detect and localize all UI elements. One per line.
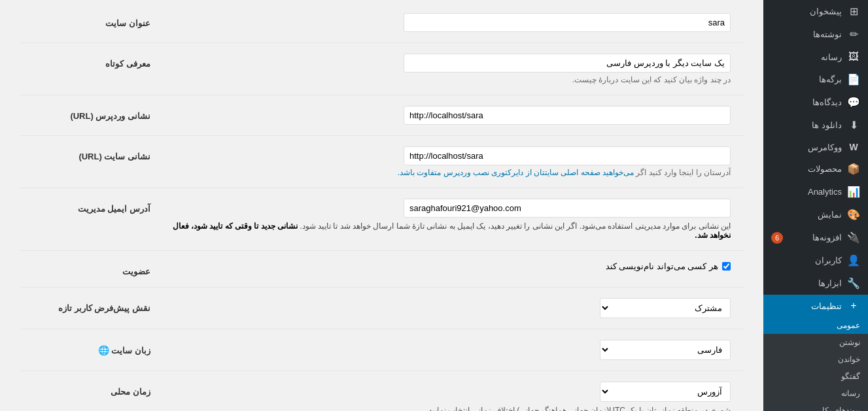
woocommerce-icon: W — [847, 142, 860, 152]
media-icon: 🖼 — [847, 51, 860, 63]
tagline-field: در چند واژه بیان کنید که این سایت درباره… — [150, 54, 744, 84]
wp-url-input[interactable] — [404, 106, 731, 125]
site-language-row: فارسی زبان سایت 🌐 — [20, 340, 744, 371]
default-role-row: مشترک نقش پیش‌فرض کاربر تازه — [20, 298, 744, 329]
tagline-label: معرفی کوتاه — [20, 54, 150, 69]
tagline-description: در چند واژه بیان کنید که این سایت درباره… — [150, 75, 731, 84]
sidebar-item-appearance[interactable]: 🎨 نمایش — [763, 203, 868, 226]
posts-icon: ✏ — [847, 28, 860, 41]
users-icon: 👤 — [847, 254, 860, 267]
sidebar-item-label-media: رسانه — [821, 52, 842, 62]
sidebar-item-tools[interactable]: 🔧 ابزارها — [763, 272, 868, 295]
membership-checkbox[interactable] — [722, 262, 731, 271]
sidebar-item-users[interactable]: 👤 کاربران — [763, 249, 868, 272]
submenu-writing[interactable]: نوشتن — [763, 334, 868, 351]
site-title-input[interactable] — [404, 13, 731, 32]
default-role-select[interactable]: مشترک — [600, 298, 731, 318]
default-role-field: مشترک — [150, 298, 744, 318]
submenu-discussion[interactable]: گفتگو — [763, 368, 868, 385]
submenu-permalinks[interactable]: پیوندهای یکا — [763, 402, 868, 411]
sidebar-item-products[interactable]: 📦 محصولات — [763, 157, 868, 180]
sidebar-item-media[interactable]: 🖼 رسانه — [763, 46, 868, 68]
site-language-label: زبان سایت 🌐 — [20, 340, 150, 355]
site-url-label: نشانی سایت (URL) — [20, 146, 150, 161]
analytics-icon: 📊 — [847, 186, 860, 198]
products-icon: 📦 — [847, 163, 860, 175]
membership-field: هر کسی می‌تواند نام‌نویسی کند — [150, 261, 744, 271]
default-role-label: نقش پیش‌فرض کاربر تازه — [20, 298, 150, 313]
site-title-row: عنوان سایت — [20, 13, 744, 43]
admin-email-label: آدرس ایمیل مدیریت — [20, 199, 150, 214]
site-url-row: آدرستان را اینجا وارد کنید اگر می‌خواهید… — [20, 146, 744, 188]
main-content: عنوان سایت در چند واژه بیان کنید که این … — [0, 0, 763, 411]
tagline-row: در چند واژه بیان کنید که این سایت درباره… — [20, 54, 744, 95]
pages-icon: 📄 — [847, 73, 860, 86]
admin-email-input[interactable] — [404, 199, 731, 218]
timezone-select[interactable]: آزورس — [600, 382, 731, 402]
sidebar-item-label-downloads: دانلود ها — [812, 120, 842, 130]
sidebar-item-label-products: محصولات — [808, 164, 842, 174]
timezone-row: آزورس شهری در منطقه زمانی‌تان یا یک UTC(… — [20, 382, 744, 411]
wp-url-row: نشانی وردپرس (URL) — [20, 106, 744, 136]
sidebar-item-label-woocommerce: ووکامرس — [808, 142, 842, 152]
plugins-badge: 6 — [771, 232, 783, 244]
sidebar-item-analytics[interactable]: 📊 Analytics — [763, 180, 868, 203]
sidebar-item-label-analytics: Analytics — [808, 187, 842, 197]
submenu-general[interactable]: عمومی — [763, 317, 868, 334]
membership-row: هر کسی می‌تواند نام‌نویسی کند عضویت — [20, 261, 744, 288]
timezone-description: شهری در منطقه زمانی‌تان یا یک UTC(زمان ج… — [150, 406, 731, 411]
site-url-field: آدرستان را اینجا وارد کنید اگر می‌خواهید… — [150, 146, 744, 177]
wp-url-field — [150, 106, 744, 125]
sidebar-item-label-appearance: نمایش — [818, 210, 842, 220]
sidebar-item-label-comments: دیدگاه‌ها — [812, 97, 842, 107]
sidebar-item-comments[interactable]: 💬 دیدگاه‌ها — [763, 91, 868, 114]
submenu-media[interactable]: رسانه — [763, 385, 868, 402]
appearance-icon: 🎨 — [847, 208, 860, 221]
wp-url-label: نشانی وردپرس (URL) — [20, 106, 150, 121]
timezone-field: آزورس شهری در منطقه زمانی‌تان یا یک UTC(… — [150, 382, 744, 411]
sidebar-item-pages[interactable]: 📄 برگه‌ها — [763, 68, 868, 91]
sidebar-item-label-users: کاربران — [815, 255, 842, 265]
sidebar-item-posts[interactable]: ✏ نوشته‌ها — [763, 23, 868, 46]
sidebar-item-dashboard[interactable]: ⊞ پیشخوان — [763, 0, 868, 23]
sidebar-item-label-dashboard: پیشخوان — [810, 7, 842, 16]
sidebar-item-settings[interactable]: + تنظیمات — [763, 295, 868, 317]
admin-email-field: این نشانی برای موارد مدیریتی استفاده می‌… — [150, 199, 744, 240]
sidebar: ⊞ پیشخوان ✏ نوشته‌ها 🖼 رسانه 📄 برگه‌ها 💬… — [763, 0, 868, 411]
site-title-field — [150, 13, 744, 32]
site-url-input[interactable] — [404, 146, 731, 165]
admin-email-row: این نشانی برای موارد مدیریتی استفاده می‌… — [20, 199, 744, 251]
downloads-icon: ⬇ — [847, 119, 860, 131]
membership-label: عضویت — [20, 261, 150, 276]
admin-email-note: این نشانی برای موارد مدیریتی استفاده می‌… — [150, 222, 731, 240]
site-language-select[interactable]: فارسی — [600, 340, 731, 360]
tools-icon: 🔧 — [847, 277, 860, 289]
sidebar-item-downloads[interactable]: ⬇ دانلود ها — [763, 114, 868, 137]
sidebar-item-label-pages: برگه‌ها — [819, 74, 842, 84]
site-url-note: آدرستان را اینجا وارد کنید اگر می‌خواهید… — [150, 168, 731, 177]
comments-icon: 💬 — [847, 96, 860, 108]
settings-submenu: عمومی نوشتن خواندن گفتگو رسانه پیوندهای … — [763, 317, 868, 411]
site-url-link[interactable]: می‌خواهید صفحه اصلی سایتتان از دایرکتوری… — [398, 168, 634, 177]
membership-checkbox-label: هر کسی می‌تواند نام‌نویسی کند — [606, 261, 718, 271]
sidebar-item-label-posts: نوشته‌ها — [813, 29, 842, 39]
submenu-reading[interactable]: خواندن — [763, 351, 868, 368]
sidebar-item-label-plugins: افزونه‌ها — [812, 233, 842, 242]
plugins-icon: 🔌 — [847, 231, 860, 244]
settings-content: عنوان سایت در چند واژه بیان کنید که این … — [0, 0, 763, 411]
dashboard-icon: ⊞ — [847, 5, 860, 18]
tagline-input[interactable] — [404, 54, 731, 73]
site-title-label: عنوان سایت — [20, 13, 150, 28]
sidebar-item-label-tools: ابزارها — [818, 278, 842, 288]
membership-checkbox-row: هر کسی می‌تواند نام‌نویسی کند — [150, 261, 731, 271]
sidebar-item-woocommerce[interactable]: W ووکامرس — [763, 137, 868, 157]
site-language-field: فارسی — [150, 340, 744, 360]
timezone-label: زمان محلی — [20, 382, 150, 397]
sidebar-item-plugins[interactable]: 🔌 افزونه‌ها 6 — [763, 226, 868, 249]
sidebar-item-label-settings: تنظیمات — [811, 301, 842, 311]
settings-icon: + — [847, 300, 860, 312]
